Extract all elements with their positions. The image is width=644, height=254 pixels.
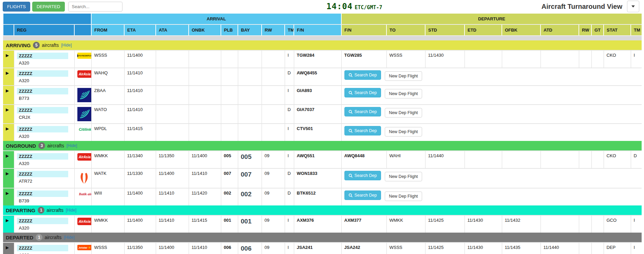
- expand-cell[interactable]: ▶: [3, 215, 14, 233]
- view-dropdown-button[interactable]: [627, 1, 639, 12]
- new-dep-flight-button[interactable]: New Dep Flight: [385, 172, 422, 181]
- reg-cell: ZZZZZA320: [14, 50, 74, 68]
- to-cell: WMKK: [386, 215, 425, 233]
- expand-arrow-icon: ▶: [6, 126, 9, 131]
- clock-timezone: ETC/GMT-7: [355, 4, 382, 11]
- eta-cell: 11/1330: [124, 168, 156, 188]
- from-cell: WSSS: [91, 50, 124, 68]
- expand-cell[interactable]: ▶: [3, 151, 14, 168]
- dep-actions-cell: Search Dep New Dep Flight: [341, 68, 642, 86]
- onbk-cell: 11/1415: [189, 215, 221, 233]
- stat-cell: CKO: [604, 50, 631, 68]
- expand-cell[interactable]: ▶: [3, 50, 14, 68]
- col-reg: REG: [14, 24, 74, 36]
- search-dep-button[interactable]: Search Dep: [344, 88, 381, 97]
- stat-cell: GCO: [604, 215, 631, 233]
- hide-link[interactable]: [Hide]: [64, 235, 74, 240]
- new-dep-flight-button[interactable]: New Dep Flight: [385, 71, 422, 81]
- col-fn-arr: F/N: [294, 24, 341, 36]
- std-cell: 11/1440: [425, 151, 465, 168]
- garuda-logo: [77, 107, 92, 121]
- col-to: TO: [386, 24, 425, 36]
- onbk-cell: [189, 68, 221, 86]
- ofbk-cell: 11/1435: [502, 242, 541, 254]
- clock-time: 14:04: [326, 2, 353, 11]
- search-dep-button[interactable]: Search Dep: [344, 70, 381, 80]
- dep-actions-cell: Search Dep New Dep Flight: [341, 124, 642, 141]
- onbk-cell: [189, 105, 221, 124]
- col-rw-dep: RW: [579, 24, 591, 36]
- tm-cell: I: [285, 242, 294, 254]
- col-atd: ATD: [541, 24, 579, 36]
- col-logo: [74, 24, 91, 36]
- dep-actions-cell: Search Dep New Dep Flight: [341, 105, 642, 124]
- section-title: DEPARTED: [6, 235, 33, 240]
- search-dep-button[interactable]: Search Dep: [344, 126, 381, 135]
- expand-cell[interactable]: ▶: [3, 242, 14, 254]
- expand-cell[interactable]: ▶: [3, 68, 14, 86]
- search-dep-button[interactable]: Search Dep: [344, 107, 381, 116]
- section-suffix: aircrafts: [46, 207, 63, 213]
- search-icon: [348, 110, 353, 114]
- onbk-cell: 11/1410: [189, 242, 221, 254]
- rw-cell: 09: [262, 215, 285, 233]
- hide-link[interactable]: [Hide]: [67, 143, 77, 148]
- rw-cell: 09: [262, 168, 285, 188]
- airline-cell: AirAsia: [74, 215, 91, 233]
- arr-flight-cell: AWQ8455: [294, 68, 341, 86]
- bay-cell: 005: [238, 151, 262, 168]
- tm-cell: D: [285, 168, 294, 188]
- ata-cell: [156, 124, 189, 141]
- from-cell: WATO: [91, 105, 124, 124]
- plb-cell: [221, 124, 238, 141]
- departed-button[interactable]: DEPARTED: [32, 2, 65, 12]
- tm-cell: I: [285, 124, 294, 141]
- col-bay: BAY: [238, 24, 262, 36]
- onbk-cell: [189, 86, 221, 105]
- ata-cell: [156, 68, 189, 86]
- from-cell: WAHQ: [91, 68, 124, 86]
- rw-cell: [262, 50, 285, 68]
- new-dep-flight-button[interactable]: New Dep Flight: [385, 192, 422, 201]
- expand-arrow-icon: ▶: [6, 153, 9, 158]
- new-dep-flight-button[interactable]: New Dep Flight: [385, 89, 422, 98]
- airline-cell: Jetstar★: [74, 242, 91, 254]
- new-dep-flight-button[interactable]: New Dep Flight: [385, 108, 422, 117]
- flyscoot-dot-icon: [77, 54, 78, 57]
- reg-value: ZZZZZ: [17, 171, 68, 177]
- expand-cell[interactable]: ▶: [3, 86, 14, 105]
- ata-cell: 11/1400: [156, 242, 189, 254]
- airline-cell: [74, 168, 91, 188]
- hide-link[interactable]: [Hide]: [66, 208, 76, 213]
- section-count-badge: 1: [38, 207, 44, 214]
- aircraft-type: ATR72: [17, 179, 72, 184]
- reg-cell: ZZZZZA320: [14, 124, 74, 141]
- gt-cell: [591, 215, 604, 233]
- expand-arrow-icon: ▶: [6, 191, 9, 196]
- ofbk-cell: [502, 50, 541, 68]
- etd-cell: 11/1430: [465, 242, 502, 254]
- reg-value: ZZZZZ: [17, 107, 68, 113]
- expand-cell[interactable]: ▶: [3, 105, 14, 124]
- wings-air-logo: [77, 171, 91, 186]
- plb-cell: 005: [221, 151, 238, 168]
- search-dep-button[interactable]: Search Dep: [344, 171, 381, 180]
- rw-cell: [262, 86, 285, 105]
- eta-cell: 11/1400: [124, 50, 156, 68]
- col-etd: ETD: [465, 24, 502, 36]
- expand-cell[interactable]: ▶: [3, 168, 14, 188]
- tm-dep-cell: I: [631, 242, 642, 254]
- turnaround-table: ARRIVAL DEPARTURE REG FROM ETA ATA ONBK …: [3, 14, 642, 254]
- rw-dep-cell: [579, 242, 591, 254]
- eta-cell: 11/1400: [124, 215, 156, 233]
- flights-button[interactable]: FLIGHTS: [3, 2, 30, 12]
- col-onbk: ONBK: [189, 24, 221, 36]
- hide-link[interactable]: [Hide]: [61, 43, 72, 48]
- expand-arrow-icon: ▶: [6, 171, 9, 176]
- new-dep-flight-button[interactable]: New Dep Flight: [385, 127, 422, 137]
- search-dep-button[interactable]: Search Dep: [344, 190, 381, 200]
- search-icon: [348, 174, 353, 178]
- expand-cell[interactable]: ▶: [3, 188, 14, 205]
- search-input[interactable]: [68, 2, 122, 12]
- expand-cell[interactable]: ▶: [3, 124, 14, 141]
